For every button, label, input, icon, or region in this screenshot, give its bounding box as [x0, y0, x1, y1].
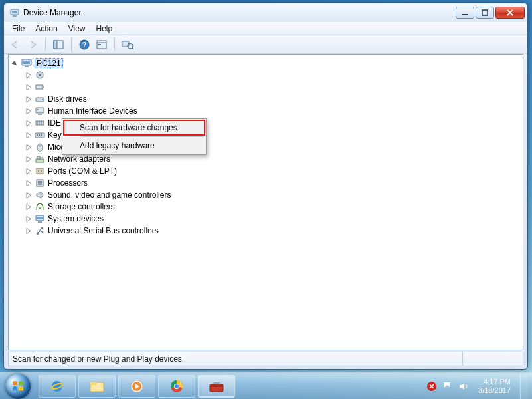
- svg-rect-44: [38, 181, 42, 185]
- svg-rect-25: [38, 114, 42, 115]
- mouse-icon: [35, 142, 45, 152]
- tree-item-label: Universal Serial Bus controllers: [48, 226, 159, 235]
- expand-icon[interactable]: [25, 180, 32, 187]
- menu-help[interactable]: Help: [91, 23, 118, 35]
- svg-rect-52: [42, 231, 43, 233]
- ctx-add-legacy[interactable]: Add legacy hardware: [64, 138, 205, 153]
- svg-rect-11: [98, 44, 101, 45]
- task-chrome[interactable]: [158, 375, 195, 398]
- svg-rect-40: [37, 168, 43, 174]
- tray-volume-icon[interactable]: [458, 381, 469, 392]
- minimize-button[interactable]: [456, 7, 474, 19]
- tree-item[interactable]: Ports (COM & LPT): [10, 165, 521, 177]
- tree-item-truncated-1[interactable]: [10, 81, 521, 93]
- expand-icon[interactable]: [25, 203, 32, 211]
- tree-item[interactable]: System devices: [10, 213, 521, 225]
- svg-rect-34: [41, 134, 42, 136]
- tray-antivirus-icon[interactable]: [426, 381, 437, 392]
- collapse-icon[interactable]: [11, 60, 19, 67]
- storage-icon: [35, 201, 45, 212]
- tree-item-label: Ports (COM & LPT): [48, 166, 117, 176]
- tree-item-label: Processors: [48, 178, 88, 188]
- processor-icon: [35, 178, 45, 188]
- toolbar: ?: [4, 35, 527, 54]
- context-menu: Scan for hardware changes Add legacy har…: [62, 118, 207, 155]
- tree-item-label: System devices: [48, 214, 104, 223]
- expand-icon[interactable]: [25, 84, 32, 91]
- menu-view[interactable]: View: [63, 23, 91, 35]
- scan-hardware-button[interactable]: [120, 37, 135, 52]
- tree-item-label: Storage controllers: [48, 202, 115, 211]
- status-text: Scan for changed or new Plug and Play de…: [9, 354, 462, 364]
- back-button[interactable]: [8, 37, 23, 52]
- task-ie[interactable]: [39, 375, 76, 398]
- expand-icon[interactable]: [25, 215, 32, 223]
- start-button[interactable]: [0, 373, 36, 399]
- system-tray: 4:17 PM 3/18/2017: [420, 373, 532, 399]
- network-icon: [35, 154, 45, 164]
- svg-point-23: [42, 99, 43, 100]
- show-desktop-button[interactable]: [520, 373, 528, 400]
- task-wmp[interactable]: [118, 375, 155, 398]
- gear-icon: [35, 70, 45, 80]
- svg-rect-37: [36, 159, 44, 162]
- tree-item-label: Disk drives: [48, 94, 87, 104]
- properties-button[interactable]: [94, 37, 109, 52]
- tree-root-label: PC121: [37, 59, 61, 68]
- ctx-item-label: Scan for hardware changes: [80, 123, 177, 132]
- expand-icon[interactable]: [25, 132, 32, 139]
- tree-item-truncated-0[interactable]: [10, 69, 521, 81]
- device-tree[interactable]: PC121 Disk drivesHuman Interface Devices…: [9, 55, 523, 350]
- sound-icon: [35, 190, 45, 200]
- task-explorer[interactable]: [78, 375, 116, 398]
- svg-text:?: ?: [82, 41, 87, 49]
- content-frame: PC121 Disk drivesHuman Interface Devices…: [8, 54, 523, 350]
- device-manager-window: Device Manager File Action View Help: [3, 3, 528, 370]
- tray-clock[interactable]: 4:17 PM 3/18/2017: [474, 378, 515, 395]
- ctx-scan-hardware[interactable]: Scan for hardware changes: [64, 120, 205, 135]
- expand-icon[interactable]: [25, 156, 32, 163]
- svg-rect-20: [36, 85, 43, 89]
- tree-item[interactable]: Processors: [10, 177, 521, 189]
- svg-rect-64: [213, 382, 220, 384]
- keyboard-icon: [35, 130, 45, 140]
- tray-time: 4:17 PM: [478, 378, 511, 386]
- titlebar[interactable]: Device Manager: [4, 3, 527, 22]
- expand-icon[interactable]: [25, 192, 32, 199]
- tree-item[interactable]: Storage controllers: [10, 201, 521, 213]
- system-icon: [35, 213, 45, 224]
- tree-item[interactable]: Human Interface Devices: [10, 105, 521, 117]
- tree-root[interactable]: PC121: [10, 57, 521, 69]
- device-manager-icon: [9, 7, 20, 18]
- task-toolbox[interactable]: [198, 375, 235, 398]
- battery-icon: [35, 82, 45, 92]
- menu-action[interactable]: Action: [30, 23, 62, 35]
- expand-icon[interactable]: [25, 144, 32, 151]
- help-button[interactable]: ?: [77, 37, 92, 52]
- close-button[interactable]: [495, 7, 525, 19]
- tree-item[interactable]: Sound, video and game controllers: [10, 189, 521, 201]
- svg-rect-1: [12, 11, 17, 13]
- console-tree-button[interactable]: [51, 37, 66, 52]
- expand-icon[interactable]: [25, 108, 32, 115]
- expand-icon[interactable]: [25, 120, 32, 127]
- svg-rect-33: [39, 134, 40, 136]
- taskbar: 4:17 PM 3/18/2017: [0, 372, 532, 399]
- expand-icon[interactable]: [25, 168, 32, 175]
- forward-button[interactable]: [25, 37, 40, 52]
- svg-rect-2: [13, 15, 17, 17]
- expand-icon[interactable]: [25, 227, 32, 235]
- tree-item[interactable]: Universal Serial Bus controllers: [10, 225, 521, 237]
- svg-rect-3: [462, 14, 468, 15]
- svg-point-61: [175, 384, 179, 388]
- svg-point-19: [39, 74, 41, 76]
- expand-icon[interactable]: [25, 96, 32, 103]
- svg-point-41: [38, 170, 39, 172]
- tree-item[interactable]: Disk drives: [10, 93, 521, 105]
- expand-icon[interactable]: [25, 72, 32, 79]
- menu-file[interactable]: File: [7, 23, 30, 35]
- tray-action-center-icon[interactable]: [442, 381, 453, 392]
- maximize-button[interactable]: [476, 7, 494, 19]
- statusbar: Scan for changed or new Plug and Play de…: [8, 352, 523, 366]
- tree-item-label: Human Interface Devices: [48, 106, 137, 116]
